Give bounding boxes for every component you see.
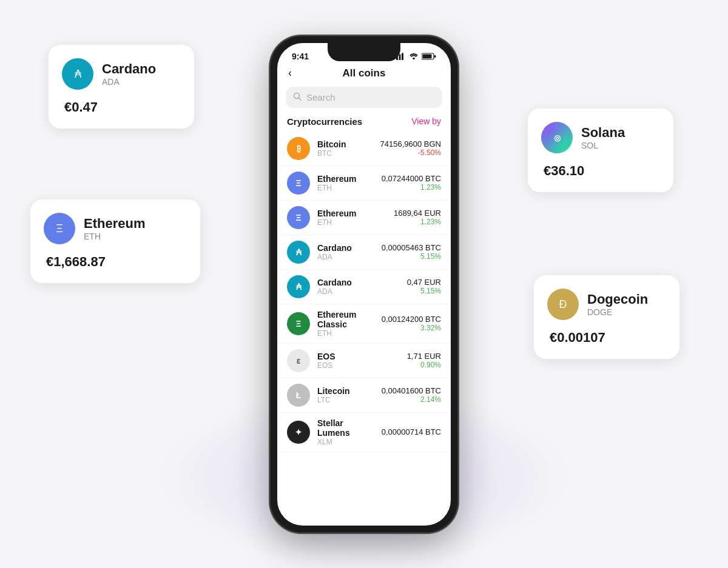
svg-rect-10: [402, 53, 403, 60]
coin-values-0: 74156,9600 BGN -5.50%: [380, 139, 441, 157]
coin-row[interactable]: ε EOS EOS 1,71 EUR 0.90%: [277, 344, 451, 378]
solana-card-price: €36.10: [541, 163, 656, 179]
coin-icon-3: ₳: [287, 241, 310, 264]
dogecoin-card-name: Dogecoin: [587, 292, 648, 307]
cardano-card-symbol: ADA: [102, 77, 156, 87]
cardano-logo: ₳: [62, 58, 93, 90]
card-cardano[interactable]: ₳ Cardano ADA €0.47: [49, 45, 194, 129]
card-ethereum[interactable]: Ξ Ethereum ETH €1,668.87: [30, 199, 200, 283]
search-bar[interactable]: Search: [286, 87, 442, 108]
coin-values-7: 0,00401600 BTC 2.14%: [382, 386, 441, 404]
phone: 9:41 ‹ All coins Search: [270, 36, 458, 533]
card-solana[interactable]: ◎ Solana SOL €36.10: [528, 109, 673, 192]
solana-logo: ◎: [541, 122, 573, 153]
coin-row[interactable]: ₳ Cardano ADA 0,47 EUR 5.15%: [277, 270, 451, 304]
coin-values-2: 1689,64 EUR 1.23%: [394, 209, 441, 226]
view-by-button[interactable]: View by: [411, 116, 441, 126]
search-icon: [293, 92, 302, 102]
solana-card-name: Solana: [581, 125, 625, 141]
coin-icon-1: Ξ: [287, 172, 310, 195]
search-placeholder: Search: [306, 92, 335, 102]
coin-values-6: 1,71 EUR 0.90%: [407, 352, 441, 369]
coin-info-2: Ethereum ETH: [317, 209, 386, 227]
coin-row[interactable]: Ξ Ethereum ETH 0,07244000 BTC 1.23%: [277, 166, 451, 201]
svg-text:Ð: Ð: [559, 298, 567, 310]
top-nav: ‹ All coins: [277, 64, 451, 84]
coin-icon-7: Ł: [287, 384, 310, 407]
cardano-card-name: Cardano: [102, 61, 156, 77]
coin-list: ₿ Bitcoin BTC 74156,9600 BGN -5.50% Ξ Et…: [277, 132, 451, 526]
coin-row[interactable]: Ł Litecoin LTC 0,00401600 BTC 2.14%: [277, 378, 451, 413]
svg-rect-13: [423, 54, 432, 58]
coin-info-5: Ethereum Classic ETH: [317, 310, 374, 338]
status-time: 9:41: [292, 52, 309, 61]
coin-icon-4: ₳: [287, 275, 310, 298]
card-dogecoin[interactable]: Ð Dogecoin DOGE €0.00107: [534, 275, 679, 359]
dogecoin-card-price: €0.00107: [547, 330, 662, 346]
coin-info-0: Bitcoin BTC: [317, 139, 373, 158]
status-icons: [396, 53, 436, 60]
coin-info-8: Stellar Lumens XLM: [317, 418, 374, 446]
coin-values-8: 0,00000714 BTC: [382, 427, 441, 436]
coin-icon-0: ₿: [287, 137, 310, 160]
ethereum-card-symbol: ETH: [84, 232, 145, 241]
section-title: Cryptocurrencies: [287, 116, 362, 127]
coin-row[interactable]: ₿ Bitcoin BTC 74156,9600 BGN -5.50%: [277, 132, 451, 166]
coin-row[interactable]: ✦ Stellar Lumens XLM 0,00000714 BTC: [277, 413, 451, 452]
ethereum-card-name: Ethereum: [84, 216, 145, 232]
coin-icon-6: ε: [287, 349, 310, 372]
svg-text:Ξ: Ξ: [56, 222, 63, 235]
coin-info-3: Cardano ADA: [317, 243, 374, 261]
dogecoin-card-symbol: DOGE: [587, 307, 648, 317]
ethereum-logo: Ξ: [44, 213, 75, 244]
svg-text:₳: ₳: [75, 68, 82, 80]
coin-icon-8: ✦: [287, 421, 310, 444]
svg-text:◎: ◎: [554, 133, 561, 142]
nav-title: All coins: [343, 67, 386, 79]
phone-notch: [328, 43, 400, 61]
coin-row[interactable]: Ξ Ethereum Classic ETH 0,00124200 BTC 3.…: [277, 304, 451, 344]
back-button[interactable]: ‹: [288, 67, 292, 79]
svg-rect-9: [399, 54, 401, 60]
svg-rect-14: [434, 55, 436, 58]
solana-card-symbol: SOL: [581, 141, 625, 150]
coin-values-4: 0,47 EUR 5.15%: [407, 278, 441, 295]
coin-info-4: Cardano ADA: [317, 278, 400, 296]
dogecoin-logo: Ð: [547, 289, 579, 320]
coin-info-6: EOS EOS: [317, 352, 400, 370]
ethereum-card-price: €1,668.87: [44, 254, 183, 270]
coin-row[interactable]: Ξ Ethereum ETH 1689,64 EUR 1.23%: [277, 201, 451, 235]
scene: ₳ Cardano ADA €0.47 Ξ Ethereum ETH €1,: [30, 12, 698, 557]
coin-icon-2: Ξ: [287, 206, 310, 229]
cardano-card-price: €0.47: [62, 99, 177, 115]
coin-values-3: 0,00005463 BTC 5.15%: [382, 243, 441, 261]
svg-line-16: [299, 98, 302, 100]
coin-info-7: Litecoin LTC: [317, 386, 374, 404]
coin-info-1: Ethereum ETH: [317, 174, 374, 192]
svg-point-11: [413, 57, 414, 59]
section-header: Cryptocurrencies View by: [277, 114, 451, 132]
coin-icon-5: Ξ: [287, 312, 310, 335]
coin-values-5: 0,00124200 BTC 3.32%: [382, 315, 441, 332]
coin-row[interactable]: ₳ Cardano ADA 0,00005463 BTC 5.15%: [277, 235, 451, 270]
coin-values-1: 0,07244000 BTC 1.23%: [382, 174, 441, 192]
